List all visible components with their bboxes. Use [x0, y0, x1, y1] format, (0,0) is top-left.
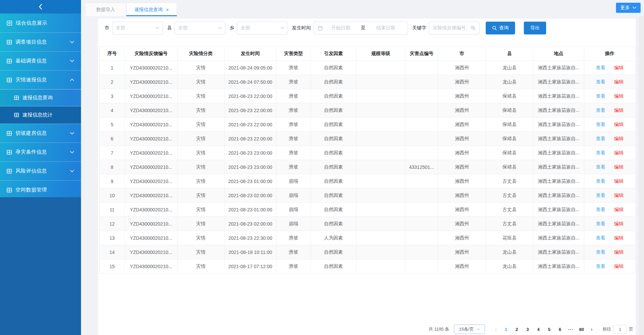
- sidebar-item[interactable]: 调查项目信息: [0, 32, 81, 51]
- view-link[interactable]: 查看: [596, 192, 606, 198]
- tab-bar: 数据导入 速报信息查询 ×: [81, 0, 644, 16]
- page-number[interactable]: 80: [577, 327, 586, 332]
- sidebar-item[interactable]: 风险评估信息: [0, 161, 81, 180]
- city-select[interactable]: 全部: [112, 22, 163, 34]
- view-link[interactable]: 查看: [596, 150, 606, 155]
- page-ellipsis[interactable]: ···: [566, 327, 575, 332]
- chevron-down-icon: [70, 59, 74, 62]
- sidebar-item[interactable]: 空间数据管理: [0, 180, 81, 199]
- view-link[interactable]: 查看: [596, 207, 606, 212]
- search-button[interactable]: 查询: [486, 22, 515, 34]
- cell-type: 滑坡: [276, 103, 311, 118]
- cell-scale: [356, 231, 405, 245]
- edit-link[interactable]: 编辑: [614, 221, 624, 226]
- tab-report-query[interactable]: 速报信息查询 ×: [126, 3, 177, 16]
- page-number[interactable]: 3: [523, 327, 532, 332]
- view-link[interactable]: 查看: [596, 263, 606, 269]
- column-header: 灾害类型: [276, 47, 311, 61]
- sidebar-subitem[interactable]: 速报信息统计: [0, 106, 81, 124]
- sidebar-item[interactable]: 综合信息展示: [0, 14, 81, 32]
- view-link[interactable]: 查看: [596, 107, 606, 113]
- cell-operations: 查看编辑: [584, 174, 636, 188]
- sidebar-item[interactable]: 基础调查信息: [0, 51, 81, 70]
- cell-operations: 查看编辑: [584, 89, 636, 103]
- edit-link[interactable]: 编辑: [614, 249, 624, 255]
- town-select-value: 全部: [241, 25, 250, 31]
- sidebar-subitem[interactable]: 速报信息查询: [0, 89, 81, 106]
- goto-page-input[interactable]: 1: [613, 325, 627, 334]
- cell-factor: 自然因素: [311, 103, 356, 118]
- cell-cls: 灾情: [178, 146, 224, 160]
- end-date-field[interactable]: 结束日期: [368, 25, 404, 31]
- sidebar-item-label: 孕灾条件信息: [16, 149, 70, 155]
- edit-link[interactable]: 编辑: [614, 235, 624, 240]
- cell-point: 43312501...: [405, 160, 438, 174]
- view-link[interactable]: 查看: [596, 79, 606, 84]
- edit-link[interactable]: 编辑: [614, 178, 624, 184]
- cell-no: 5: [100, 118, 125, 132]
- sidebar-item[interactable]: 孕灾条件信息: [0, 143, 81, 161]
- edit-link[interactable]: 编辑: [614, 192, 624, 198]
- edit-link[interactable]: 编辑: [614, 65, 624, 70]
- cell-type: 滑坡: [276, 160, 311, 174]
- edit-link[interactable]: 编辑: [614, 207, 624, 212]
- view-link[interactable]: 查看: [596, 178, 606, 184]
- edit-link[interactable]: 编辑: [614, 107, 624, 113]
- view-link[interactable]: 查看: [596, 93, 606, 99]
- date-range-picker[interactable]: 开始日期 至 结束日期: [314, 22, 408, 34]
- edit-link[interactable]: 编辑: [614, 79, 624, 84]
- start-date-field[interactable]: 开始日期: [323, 25, 359, 31]
- page-number[interactable]: 2: [512, 327, 521, 332]
- sidebar-item[interactable]: 切坡建房信息: [0, 124, 81, 143]
- tab-data-import[interactable]: 数据导入: [85, 3, 126, 16]
- cell-county: 古丈县: [486, 188, 533, 203]
- chevron-down-icon: [633, 6, 636, 9]
- edit-link[interactable]: 编辑: [614, 136, 624, 141]
- view-link[interactable]: 查看: [596, 249, 606, 255]
- page-number[interactable]: 1: [501, 327, 511, 332]
- chevron-down-icon: [70, 132, 74, 135]
- column-header: 灾险情反馈编号: [125, 47, 178, 61]
- cell-time: 2021-08-23 22:00:00: [224, 103, 276, 118]
- view-link[interactable]: 查看: [596, 136, 606, 141]
- table-icon: [7, 131, 12, 136]
- keyword-input[interactable]: 灾险情反馈编号、地.: [429, 22, 480, 34]
- chevron-down-icon: [156, 27, 159, 29]
- more-button[interactable]: 更多: [616, 3, 641, 13]
- close-icon[interactable]: ×: [166, 7, 169, 12]
- page-number[interactable]: 6: [555, 327, 565, 332]
- view-link[interactable]: 查看: [596, 122, 606, 127]
- view-link[interactable]: 查看: [596, 235, 606, 240]
- edit-link[interactable]: 编辑: [614, 263, 624, 269]
- county-select[interactable]: 全部: [175, 22, 225, 34]
- view-link[interactable]: 查看: [596, 65, 606, 70]
- page-number[interactable]: 4: [534, 327, 543, 332]
- cell-no: 4: [100, 103, 125, 118]
- prev-page-button[interactable]: ‹: [491, 327, 501, 332]
- scrollbar[interactable]: [639, 16, 644, 335]
- sidebar-menu: 综合信息展示 调查项目信息 基础调查信息 灾情速报信息: [0, 14, 81, 199]
- cell-no: 1: [100, 61, 125, 75]
- edit-link[interactable]: 编辑: [614, 93, 624, 99]
- table-row: 6YZD43000020210...灾情2021-08-23 22:00:00滑…: [100, 132, 636, 146]
- next-page-button[interactable]: ›: [587, 327, 596, 332]
- cell-factor: 自然因素: [311, 188, 356, 203]
- view-link[interactable]: 查看: [596, 221, 606, 226]
- time-filter-label: 发生时间: [292, 25, 311, 31]
- page-size-select[interactable]: 15条/页: [454, 325, 485, 334]
- cell-time: 2021-08-24 07:50:00: [224, 75, 276, 89]
- page-number[interactable]: 5: [544, 327, 554, 332]
- edit-link[interactable]: 编辑: [614, 150, 624, 155]
- edit-link[interactable]: 编辑: [614, 164, 624, 170]
- table-icon: [7, 169, 12, 174]
- keyword-placeholder: 灾险情反馈编号、地.: [433, 25, 477, 31]
- view-link[interactable]: 查看: [596, 164, 606, 170]
- town-select[interactable]: 全部: [237, 22, 288, 34]
- sidebar-collapse-button[interactable]: [0, 0, 81, 14]
- edit-link[interactable]: 编辑: [614, 122, 624, 127]
- cell-no: 3: [100, 89, 125, 103]
- table-icon: [7, 188, 12, 192]
- table-row: 4YZD43000020210...灾情2021-08-23 22:00:00滑…: [100, 103, 636, 118]
- export-button[interactable]: 导出: [524, 22, 546, 34]
- sidebar-item[interactable]: 灾情速报信息: [0, 70, 81, 89]
